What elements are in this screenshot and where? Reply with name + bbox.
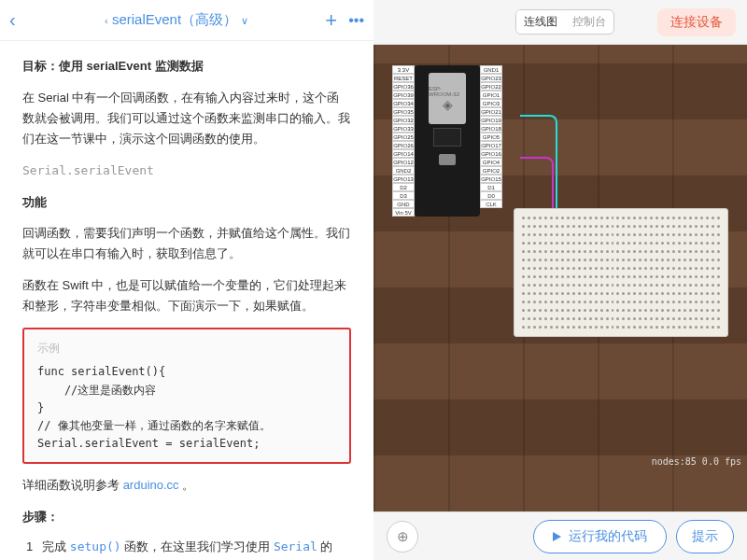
pin-label: GPIO3 [480,99,502,107]
pin-label: GPIO17 [480,141,502,149]
sim-bottom-bar: ⊕ 运行我的代码 提示 [374,511,747,560]
run-code-button[interactable]: 运行我的代码 [533,520,667,553]
fps-counter: nodes:85 0.0 fps [652,456,741,467]
aux-chip [433,128,461,147]
pin-label: GPIO1 [480,91,502,99]
code-line: // 像其他变量一样，通过函数的名字来赋值。 [37,417,336,435]
pin-label: GPIO4 [480,158,502,166]
pin-label: GND1 [480,65,502,74]
pin-label: GPIO35 [392,107,415,116]
pin-label: GPIO25 [392,133,415,141]
pin-label: GPIO19 [480,116,502,124]
pin-label: GPIO13 [392,175,415,183]
pin-label: D2 [392,183,415,191]
code-line: Serial.serialEvent = serialEvent; [37,435,336,453]
back-icon[interactable]: ‹ [9,9,28,31]
code-line: func serialEvent(){ [37,363,336,381]
api-reference: Serial.serialEvent [22,161,351,181]
chevron-left-icon: ‹ [105,15,108,26]
pin-label: GND2 [392,166,415,175]
code-example: 示例 func serialEvent(){ //这里是函数内容}// 像其他变… [22,328,351,464]
pin-label: GPIO15 [480,175,502,183]
pin-label: GPIO36 [392,82,415,91]
pin-label: GPIO21 [480,107,502,116]
pin-label: GPIO18 [480,124,502,133]
board-canvas[interactable]: 3.3VRESETGPIO36GPIO39GPIO34GPIO35GPIO32G… [374,45,747,511]
pin-label: GPIO26 [392,141,415,149]
chevron-down-icon: ∨ [241,15,248,26]
pin-label: GPIO23 [480,74,502,82]
function-heading: 功能 [22,192,351,213]
lesson-content: 目标：使用 serialEvent 监测数据 在 Serial 中有一个回调函数… [0,41,374,560]
pin-label: GPIO2 [480,166,502,175]
play-icon [553,532,561,541]
add-icon[interactable]: + [325,8,337,33]
pin-label: GPIO39 [392,91,415,99]
pin-label: GPIO33 [392,124,415,133]
more-icon[interactable]: ••• [348,12,364,29]
reset-view-button[interactable]: ⊕ [387,521,418,553]
function-paragraph-2: 函数在 Swift 中，也是可以赋值给一个变量的，它们处理起来和整形，字符串变量… [22,275,351,316]
connect-device-button[interactable]: 连接设备 [657,8,736,36]
intro-paragraph: 在 Serial 中有一个回调函数，在有输入内容过来时，这个函数就会被调用。我们… [22,88,351,149]
wifi-shield: ESP-WROOM-32 ◈ [429,73,466,124]
pin-label: GPIO14 [392,149,415,158]
goal-heading: 目标：使用 serialEvent 监测数据 [22,56,351,77]
pin-column-left: 3.3VRESETGPIO36GPIO39GPIO34GPIO35GPIO32G… [392,65,415,217]
page-title[interactable]: ‹ serialEvent（高级） ∨ [28,11,325,29]
pin-label: GPIO5 [480,133,502,141]
pin-label: GPIO34 [392,99,415,107]
hint-button[interactable]: 提示 [676,520,734,553]
pin-label: GND [392,200,415,208]
pin-label: D1 [480,183,502,191]
simulator-panel: 连线图 控制台 连接设备 3.3VRESETGPIO36GPIO39GPIO34… [374,0,747,560]
arduino-link[interactable]: arduino.cc [123,478,179,492]
lesson-panel: ‹ ‹ serialEvent（高级） ∨ + ••• 目标：使用 serial… [0,0,374,560]
pin-label: GPIO16 [480,149,502,158]
pin-label: GPIO12 [392,158,415,166]
code-line: //这里是函数内容 [37,382,336,399]
esp32-board[interactable]: 3.3VRESETGPIO36GPIO39GPIO34GPIO35GPIO32G… [392,65,523,217]
seg-wiring[interactable]: 连线图 [516,10,565,34]
pin-label: GPIO22 [480,82,502,91]
pin-label: Vin 5V [392,208,415,217]
pin-label: RESET [392,74,415,82]
mcu-chip: ESP-WROOM-32 ◈ [415,65,480,217]
wifi-icon: ◈ [443,97,453,112]
chip-label: ESP-WROOM-32 [429,86,466,97]
detail-link-line: 详细函数说明参考 arduino.cc 。 [22,475,351,496]
run-label: 运行我的代码 [569,528,647,545]
breadboard[interactable] [514,208,728,337]
pin-label: D3 [392,191,415,200]
step-item: 1完成 setup() 函数，在这里我们学习使用 Serial 的 begin(… [22,537,351,560]
pin-label: GPIO32 [392,116,415,124]
function-paragraph-1: 回调函数，需要我们声明一个函数，并赋值给这个属性。我们就可以在串口有输入时，获取… [22,223,351,264]
view-segmented: 连线图 控制台 [515,9,614,35]
code-label: 示例 [37,339,336,357]
sim-top-bar: 连线图 控制台 连接设备 [374,0,747,45]
usb-port-icon [439,154,456,165]
pin-label: 3.3V [392,65,415,74]
pin-label: CLK [480,200,502,208]
seg-console[interactable]: 控制台 [565,10,613,34]
steps-list: 1完成 setup() 函数，在这里我们学习使用 Serial 的 begin(… [22,537,351,560]
title-text: serialEvent（高级） [112,11,237,27]
pin-column-right: GND1GPIO23GPIO22GPIO1GPIO3GPIO21GPIO19GP… [480,65,502,217]
header-bar: ‹ ‹ serialEvent（高级） ∨ + ••• [0,0,374,41]
code-line: } [37,399,336,417]
steps-heading: 步骤： [22,507,351,527]
pin-label: D0 [480,191,502,200]
